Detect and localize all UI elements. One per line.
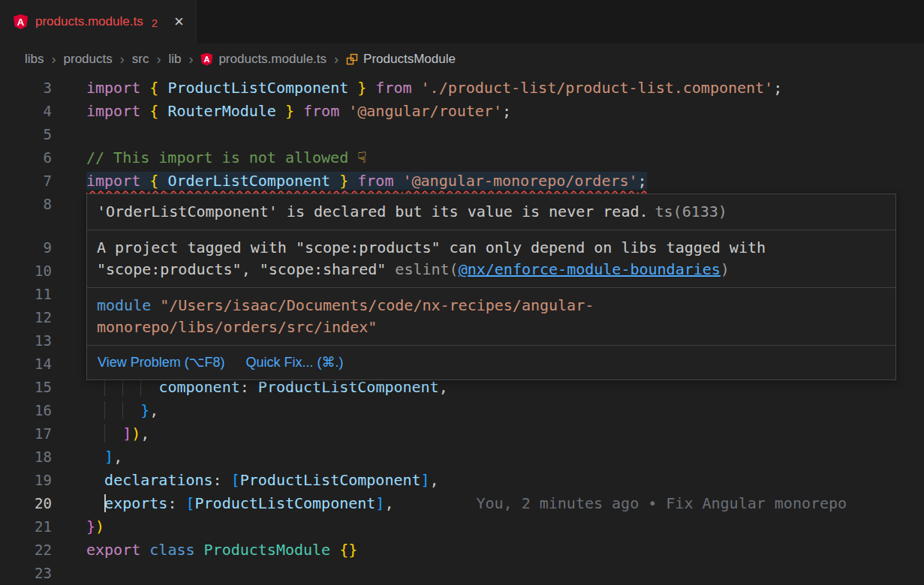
eslint-rule-link[interactable]: @nx/enforce-module-boundaries — [459, 260, 721, 278]
code-content — [52, 562, 86, 585]
code-line[interactable]: 3import { ProductListComponent } from '.… — [0, 76, 924, 100]
breadcrumb-item-src[interactable]: src — [132, 52, 149, 67]
code-token: ) — [131, 424, 140, 442]
code-token: from — [366, 79, 420, 97]
vscode-window: A products.module.ts 2 × libs › products… — [0, 0, 924, 585]
angular-file-icon: A — [14, 14, 28, 29]
code-content: }) — [52, 515, 104, 538]
code-content — [52, 193, 86, 216]
line-number: 3 — [0, 76, 52, 100]
code-line[interactable]: 7import { OrderListComponent } from '@an… — [0, 170, 924, 193]
code-content: export class ProductsModule {} — [52, 538, 357, 562]
code-line[interactable]: 18 ], — [0, 446, 924, 469]
code-line[interactable]: 16 }, — [0, 399, 924, 422]
quick-fix-action[interactable]: Quick Fix... (⌘.) — [245, 352, 343, 374]
breadcrumb-item-symbol[interactable]: ProductsModule — [363, 52, 456, 67]
line-number: 22 — [0, 538, 52, 562]
code-line[interactable]: 6// This import is not allowed ☟ — [0, 146, 924, 170]
breadcrumb-chevron-icon: › — [156, 52, 161, 68]
code-token: { — [149, 102, 167, 120]
line-number: 5 — [0, 123, 52, 146]
hover-tooltip: 'OrderListComponent' is declared but its… — [86, 194, 896, 380]
line-number: 10 — [0, 260, 52, 283]
line-number: 8 — [0, 193, 52, 216]
breadcrumb-chevron-icon: › — [52, 52, 56, 68]
eslint-source-close: ) — [721, 260, 730, 278]
code-token: ] — [421, 471, 430, 489]
breadcrumb-chevron-icon: › — [334, 52, 339, 68]
pointing-down-emoji: ☟ — [357, 148, 366, 166]
code-token: class — [149, 541, 203, 559]
line-number: 13 — [0, 329, 52, 352]
module-path-line1: "/Users/isaac/Documents/code/nx-recipes/… — [160, 296, 594, 314]
line-number: 6 — [0, 146, 52, 170]
ts-diagnostic-code: ts(6133) — [655, 202, 727, 220]
code-content — [52, 123, 86, 146]
code-token: '@angular-monorepo/orders' — [402, 172, 637, 190]
view-problem-action[interactable]: View Problem (⌥F8) — [98, 352, 224, 374]
code-token — [86, 471, 104, 489]
code-line[interactable]: 19 declarations: [ProductListComponent], — [0, 469, 924, 492]
code-token: ProductsModule — [204, 541, 340, 559]
code-token: ; — [502, 102, 511, 120]
code-line[interactable]: 20 exports: [ProductListComponent],You, … — [0, 492, 924, 515]
code-token: , — [384, 494, 393, 512]
indent-guide — [104, 378, 122, 396]
code-token: ProductListComponent — [167, 79, 348, 97]
code-token: RouterModule — [167, 102, 276, 120]
breadcrumb-chevron-icon: › — [188, 52, 193, 68]
line-number: 20 — [0, 492, 52, 515]
code-token: ] — [104, 448, 113, 466]
code-token: : — [213, 471, 231, 489]
code-line[interactable]: 17 ]), — [0, 422, 924, 446]
class-symbol-icon — [346, 53, 358, 65]
code-line[interactable]: 5 — [0, 123, 924, 146]
code-line[interactable]: 23 — [0, 562, 924, 585]
code-token: } — [86, 518, 95, 536]
indent-guide — [140, 378, 158, 396]
line-number: 17 — [0, 422, 52, 446]
tab-problems-badge: 2 — [152, 15, 158, 29]
breadcrumb-item-products[interactable]: products — [64, 52, 113, 67]
breadcrumb-item-file[interactable]: products.module.ts — [218, 52, 327, 67]
editor-tab-products-module[interactable]: A products.module.ts 2 × — [0, 0, 197, 44]
code-token: [ — [185, 494, 194, 512]
code-token: import — [86, 102, 149, 120]
code-token: [ — [231, 471, 240, 489]
breadcrumb-chevron-icon: › — [120, 52, 125, 68]
code-content: ]), — [52, 422, 149, 446]
code-line[interactable]: 21}) — [0, 515, 924, 538]
git-blame-annotation: You, 2 minutes ago • Fix Angular monorep… — [476, 494, 847, 512]
code-token: '@angular/router' — [348, 102, 502, 120]
code-token: } — [276, 102, 294, 120]
close-tab-icon[interactable]: × — [174, 14, 184, 30]
breadcrumb-item-libs[interactable]: libs — [25, 52, 44, 67]
code-line[interactable]: 22export class ProductsModule {} — [0, 538, 924, 562]
code-token: } — [330, 172, 348, 190]
angular-file-icon: A — [200, 53, 212, 66]
module-line1: module"/Users/isaac/Documents/code/nx-re… — [97, 295, 886, 316]
indent-guide — [122, 401, 140, 419]
line-number: 19 — [0, 469, 52, 492]
code-token: } — [348, 79, 366, 97]
code-token: { — [149, 172, 167, 190]
code-token: './product-list/product-list.component' — [421, 79, 774, 97]
module-line2: monorepo/libs/orders/src/index" — [97, 316, 886, 338]
code-token: component — [158, 378, 239, 396]
code-token — [86, 378, 104, 396]
line-number: 21 — [0, 515, 52, 538]
code-content: exports: [ProductListComponent],You, 2 m… — [52, 492, 847, 515]
breadcrumb-item-lib[interactable]: lib — [168, 52, 181, 67]
module-path-line2: monorepo/libs/orders/src/index" — [97, 318, 377, 336]
code-content: declarations: [ProductListComponent], — [52, 469, 439, 492]
breadcrumb: libs › products › src › lib › A products… — [0, 44, 924, 75]
eslint-message-line2: "scope:products", "scope:shared" eslint(… — [97, 259, 886, 280]
hover-eslint-diagnostic: A project tagged with "scope:products" c… — [87, 230, 895, 288]
eslint-message-line2-text: "scope:products", "scope:shared" — [97, 260, 395, 278]
line-number: 15 — [0, 376, 52, 399]
code-token: ] — [375, 494, 384, 512]
code-content: }, — [52, 399, 158, 422]
code-token: ) — [95, 518, 104, 536]
code-token: export — [86, 541, 149, 559]
code-line[interactable]: 4import { RouterModule } from '@angular/… — [0, 100, 924, 123]
